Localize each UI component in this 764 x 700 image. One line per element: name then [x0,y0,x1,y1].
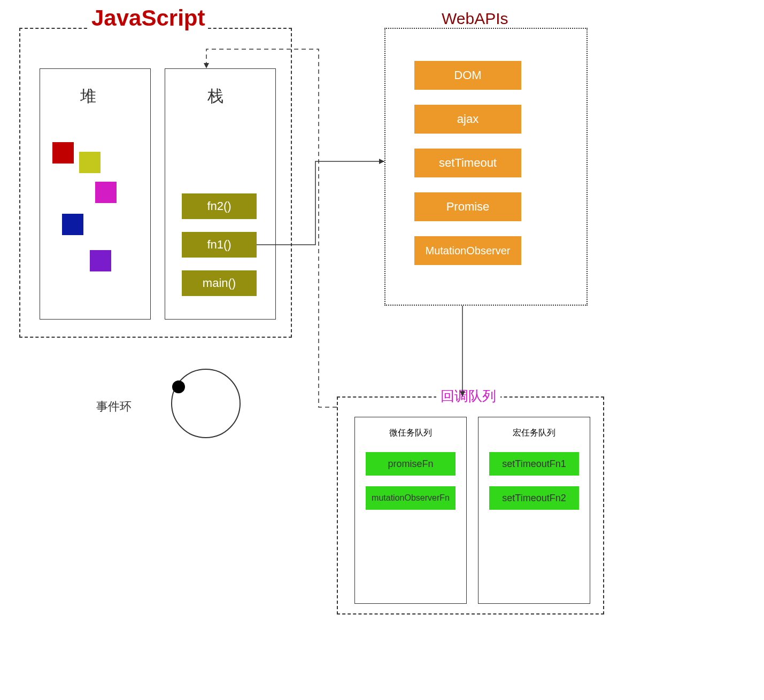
webapis-title: WebAPIs [437,10,513,28]
eventloop-label: 事件环 [96,399,132,415]
eventloop-dot [172,380,185,393]
heap-block [52,142,74,164]
micro-queue-container [354,417,467,604]
micro-queue-title: 微任务队列 [354,427,467,439]
webapi-item-ajax: ajax [414,105,521,134]
webapi-item-mutationobserver: MutationObserver [414,236,521,265]
stack-title: 栈 [207,85,223,107]
macro-queue-container [478,417,590,604]
heap-block [90,250,111,271]
stack-item-fn1: fn1() [182,232,257,258]
macro-queue-item: setTimeoutFn2 [489,486,579,510]
callback-queue-title: 回调队列 [436,387,500,406]
webapi-item-settimeout: setTimeout [414,149,521,177]
micro-queue-item: mutationObserverFn [366,486,456,510]
macro-queue-title: 宏任务队列 [478,427,590,439]
heap-block [79,152,101,173]
heap-title: 堆 [80,85,96,107]
webapi-item-dom: DOM [414,61,521,90]
heap-block [62,214,83,235]
javascript-title: JavaScript [88,5,208,31]
eventloop-circle [171,369,241,438]
webapi-item-promise: Promise [414,192,521,221]
heap-block [95,182,117,203]
stack-item-main: main() [182,270,257,296]
micro-queue-item: promiseFn [366,452,456,476]
stack-item-fn2: fn2() [182,193,257,219]
macro-queue-item: setTimeoutFn1 [489,452,579,476]
